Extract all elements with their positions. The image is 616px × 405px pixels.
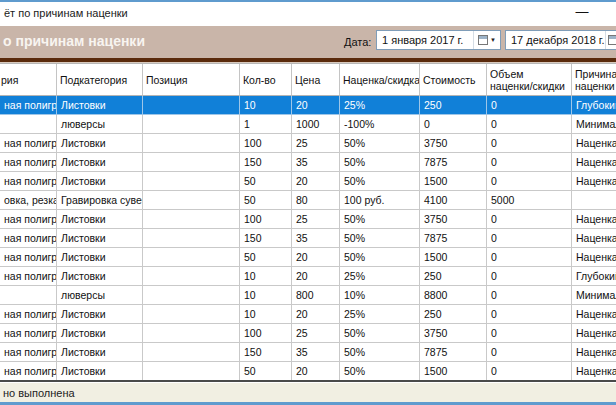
table-cell[interactable]: 100 bbox=[240, 134, 292, 153]
table-cell[interactable]: 3750 bbox=[420, 134, 487, 153]
table-cell[interactable]: 3750 bbox=[420, 324, 487, 343]
table-cell[interactable]: Наценка bbox=[572, 362, 616, 381]
date-from-field[interactable]: 1 января 2017 г. ▼ bbox=[376, 30, 501, 50]
table-cell[interactable]: 20 bbox=[292, 362, 340, 381]
table-cell[interactable]: 80 bbox=[292, 191, 340, 210]
table-cell[interactable]: ная полигра bbox=[0, 153, 57, 172]
table-cell[interactable]: 100 bbox=[240, 210, 292, 229]
table-cell[interactable] bbox=[572, 191, 616, 210]
table-cell[interactable]: 20 bbox=[292, 96, 340, 115]
column-header[interactable]: Наценка/скидка bbox=[340, 64, 420, 96]
table-cell[interactable]: Листовки bbox=[57, 153, 143, 172]
table-cell[interactable]: Наценка bbox=[572, 324, 616, 343]
table-cell[interactable]: ная полигра bbox=[0, 134, 57, 153]
table-cell[interactable]: овка, резка, bbox=[0, 191, 57, 210]
table-cell[interactable] bbox=[0, 115, 57, 134]
table-cell[interactable]: ная полигра bbox=[0, 229, 57, 248]
table-cell[interactable] bbox=[143, 305, 240, 324]
table-cell[interactable]: Листовки bbox=[57, 210, 143, 229]
table-cell[interactable]: 0 bbox=[487, 286, 572, 305]
table-cell[interactable]: Наценка bbox=[572, 305, 616, 324]
table-cell[interactable]: Листовки bbox=[57, 343, 143, 362]
table-cell[interactable]: Наценка bbox=[572, 248, 616, 267]
table-cell[interactable]: 50% bbox=[340, 229, 420, 248]
table-cell[interactable]: 20 bbox=[292, 267, 340, 286]
table-cell[interactable] bbox=[143, 362, 240, 381]
minimize-button[interactable]: — bbox=[572, 3, 592, 21]
table-cell[interactable]: 50% bbox=[340, 172, 420, 191]
table-cell[interactable]: 250 bbox=[420, 305, 487, 324]
table-cell[interactable]: Наценка bbox=[572, 134, 616, 153]
table-cell[interactable]: 250 bbox=[420, 267, 487, 286]
table-cell[interactable]: Листовки bbox=[57, 229, 143, 248]
table-cell[interactable]: Минимал bbox=[572, 286, 616, 305]
table-cell[interactable]: Глубокий bbox=[572, 96, 616, 115]
table-cell[interactable]: 8800 bbox=[420, 286, 487, 305]
table-cell[interactable]: 0 bbox=[487, 134, 572, 153]
table-cell[interactable]: 35 bbox=[292, 153, 340, 172]
table-cell[interactable]: люверсы bbox=[57, 115, 143, 134]
table-cell[interactable]: 10 bbox=[240, 286, 292, 305]
table-cell[interactable]: ная полигра bbox=[0, 172, 57, 191]
table-cell[interactable]: Листовки bbox=[57, 134, 143, 153]
table-cell[interactable]: 50% bbox=[340, 153, 420, 172]
table-cell[interactable]: 800 bbox=[292, 286, 340, 305]
table-cell[interactable]: 20 bbox=[292, 305, 340, 324]
table-cell[interactable]: Наценка bbox=[572, 343, 616, 362]
table-cell[interactable]: 4100 bbox=[420, 191, 487, 210]
table-cell[interactable] bbox=[0, 286, 57, 305]
table-cell[interactable]: 25% bbox=[340, 267, 420, 286]
table-cell[interactable] bbox=[143, 134, 240, 153]
table-cell[interactable]: 35 bbox=[292, 229, 340, 248]
table-cell[interactable] bbox=[143, 115, 240, 134]
table-cell[interactable]: 0 bbox=[487, 96, 572, 115]
table-cell[interactable]: 10% bbox=[340, 286, 420, 305]
table-cell[interactable]: 10 bbox=[240, 267, 292, 286]
table-cell[interactable]: 1500 bbox=[420, 248, 487, 267]
table-cell[interactable]: 5000 bbox=[487, 191, 572, 210]
table-cell[interactable]: 20 bbox=[292, 248, 340, 267]
table-cell[interactable]: Глубокий bbox=[572, 267, 616, 286]
table-cell[interactable]: 50 bbox=[240, 191, 292, 210]
table-cell[interactable]: ная полигра bbox=[0, 96, 57, 115]
table-cell[interactable]: 50% bbox=[340, 362, 420, 381]
table-cell[interactable]: ная полигра bbox=[0, 362, 57, 381]
table-cell[interactable] bbox=[143, 229, 240, 248]
table-cell[interactable]: 0 bbox=[487, 115, 572, 134]
table-cell[interactable]: Листовки bbox=[57, 305, 143, 324]
table-cell[interactable]: 0 bbox=[487, 362, 572, 381]
table-cell[interactable]: 25 bbox=[292, 210, 340, 229]
table-cell[interactable]: Листовки bbox=[57, 96, 143, 115]
table-cell[interactable] bbox=[143, 343, 240, 362]
table-cell[interactable]: ная полигра bbox=[0, 305, 57, 324]
table-cell[interactable]: 7875 bbox=[420, 153, 487, 172]
date-to-dropdown-button[interactable]: ▼ bbox=[605, 31, 616, 49]
table-cell[interactable]: 0 bbox=[487, 210, 572, 229]
table-cell[interactable]: 10 bbox=[240, 305, 292, 324]
table-cell[interactable]: люверсы bbox=[57, 286, 143, 305]
table-cell[interactable]: Гравировка сувени bbox=[57, 191, 143, 210]
table-cell[interactable]: ная полигра bbox=[0, 248, 57, 267]
column-header[interactable]: Кол-во bbox=[240, 64, 292, 96]
column-header[interactable]: Причина наценки bbox=[572, 64, 616, 96]
table-cell[interactable] bbox=[143, 96, 240, 115]
table-cell[interactable]: 50% bbox=[340, 134, 420, 153]
table-cell[interactable]: 50 bbox=[240, 248, 292, 267]
table-cell[interactable]: 100 руб. bbox=[340, 191, 420, 210]
table-cell[interactable]: 0 bbox=[487, 229, 572, 248]
table-cell[interactable]: 50% bbox=[340, 210, 420, 229]
table-cell[interactable]: 250 bbox=[420, 96, 487, 115]
table-cell[interactable]: ная полигра bbox=[0, 343, 57, 362]
table-cell[interactable]: Листовки bbox=[57, 362, 143, 381]
table-cell[interactable]: 25 bbox=[292, 324, 340, 343]
table-cell[interactable]: Листовки bbox=[57, 248, 143, 267]
table-cell[interactable]: 25% bbox=[340, 96, 420, 115]
date-from-dropdown-button[interactable]: ▼ bbox=[473, 31, 500, 49]
table-cell[interactable]: 10 bbox=[240, 96, 292, 115]
table-cell[interactable]: 0 bbox=[420, 115, 487, 134]
table-cell[interactable]: 50% bbox=[340, 248, 420, 267]
table-cell[interactable]: Минимал bbox=[572, 115, 616, 134]
column-header[interactable]: Объем наценки/скидки bbox=[487, 64, 572, 96]
table-cell[interactable]: Листовки bbox=[57, 172, 143, 191]
column-header[interactable]: Цена bbox=[292, 64, 340, 96]
